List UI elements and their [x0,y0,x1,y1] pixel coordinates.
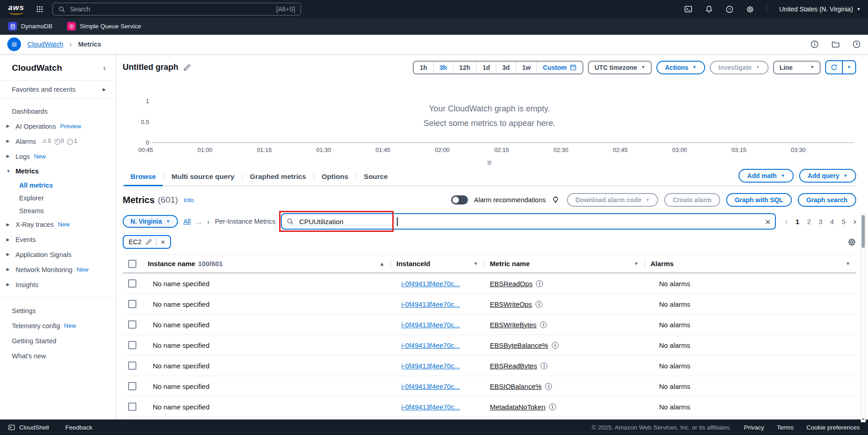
metric-info-icon[interactable]: i [552,342,559,349]
footer-cookie-preferences-link[interactable]: Cookie preferences [806,424,860,431]
instance-id-link[interactable]: i-0f49413f4ee70c... [401,341,460,349]
sidebar-item-dashboards[interactable]: Dashboards [0,104,116,119]
sidebar-item-favorites[interactable]: Favorites and recents ▶ [0,80,116,99]
region-filter-pill[interactable]: N. Virginia▼ [123,215,178,228]
instance-id-link[interactable]: i-0f49413f4ee70c... [401,300,460,308]
footer-feedback-link[interactable]: Feedback [65,424,92,431]
scrollbar-down-arrow[interactable]: ▼ [861,417,865,421]
sidebar-item-all-metrics[interactable]: All metrics [0,179,116,192]
page-number[interactable]: 4 [830,218,834,225]
footer-terms-link[interactable]: Terms [777,424,794,431]
sidebar-item-ai-operations[interactable]: ▶ AI Operations Preview [0,119,116,134]
clear-search-button[interactable]: × [765,217,770,226]
sidebar-item-insights[interactable]: ▶ Insights [0,278,116,293]
remove-token-icon[interactable]: × [161,238,165,246]
help-icon[interactable]: ? [726,5,733,13]
row-checkbox[interactable] [128,403,136,411]
sidebar-item-explorer[interactable]: Explorer [0,192,116,204]
instance-id-link[interactable]: i-0f49413f4ee70c... [401,321,460,329]
new-badge[interactable]: New [34,153,46,161]
settings-gear-icon[interactable] [746,5,754,13]
shortcut-sqs[interactable]: Simple Queue Service [67,22,141,31]
tab-multi-source-query[interactable]: Multi source query [164,168,242,186]
row-checkbox[interactable] [128,341,136,349]
add-query-button[interactable]: Add query▼ [799,169,856,183]
sidebar-item-streams[interactable]: Streams [0,204,116,217]
instance-id-link[interactable]: i-0f49413f4ee70c... [401,280,460,288]
time-range-1h[interactable]: 1h [414,62,433,73]
side-menu-toggle[interactable] [7,37,21,51]
folder-icon[interactable] [832,40,840,48]
preview-badge[interactable]: Preview [60,123,81,131]
tab-graphed-metrics[interactable]: Graphed metrics [242,168,314,186]
time-range-12h[interactable]: 12h [453,62,476,73]
notifications-bell-icon[interactable] [705,5,713,13]
shortcut-dynamodb[interactable]: DynamoDB [8,22,52,31]
refresh-icon[interactable] [826,61,842,73]
sidebar-item-network-monitoring[interactable]: ▶ Network Monitoring New [0,262,116,278]
metric-name-link[interactable]: EBSReadOps [490,280,532,288]
sidebar-item-getting-started[interactable]: Getting Started [0,334,116,349]
sort-ascending-icon[interactable]: ▲ [379,261,385,267]
refresh-control[interactable]: ▼ [825,60,856,74]
instance-id-link[interactable]: i-0f49413f4ee70c... [401,362,460,370]
metric-name-link[interactable]: EBSByteBalance% [490,341,548,349]
sidebar-item-telemetry-config[interactable]: Telemetry config New [0,319,116,334]
time-range-3d[interactable]: 3d [496,62,515,73]
row-checkbox[interactable] [128,382,136,390]
column-header-alarms[interactable]: Alarms [650,260,674,267]
sidebar-item-metrics[interactable]: ▼ Metrics [0,164,116,179]
time-range-custom[interactable]: Custom [536,62,582,73]
metric-search-input[interactable] [281,213,776,230]
instance-id-link[interactable]: i-0f49413f4ee70c... [401,383,460,390]
metric-name-link[interactable]: EBSWriteOps [490,300,532,308]
time-range-1w[interactable]: 1w [516,62,537,73]
create-alarm-button[interactable]: Create alarm [664,193,720,207]
new-badge[interactable]: New [64,322,76,330]
sidebar-item-xray-traces[interactable]: ▶ X-Ray traces New [0,217,116,232]
vertical-scrollbar[interactable]: ▼ [861,213,866,422]
metric-info-icon[interactable]: i [545,383,552,390]
column-filter-chevron-icon[interactable]: ▼ [473,261,478,266]
row-checkbox[interactable] [128,300,136,308]
investigate-button[interactable]: Investigate▼ [710,61,769,74]
page-number[interactable]: 1 [795,218,799,225]
previous-page-button[interactable]: ‹ [785,216,788,226]
column-header-metric-name[interactable]: Metric name [490,260,530,267]
next-page-button[interactable]: › [853,216,856,226]
chart-type-selector[interactable]: Line▼ [773,61,821,74]
time-range-3h[interactable]: 3h [433,62,453,73]
info-link[interactable]: Info [183,197,194,204]
sidebar-item-settings[interactable]: Settings [0,304,116,319]
metric-name-link[interactable]: MetadataNoToken [490,403,546,411]
namespace-all-link[interactable]: All [183,218,191,225]
instance-id-link[interactable]: i-0f49413f4ee70c... [401,403,460,411]
graph-with-sql-button[interactable]: Graph with SQL [726,193,792,207]
page-number[interactable]: 2 [807,218,811,225]
page-number[interactable]: 5 [842,218,845,225]
metric-name-link[interactable]: EBSReadBytes [490,362,537,370]
tab-options[interactable]: Options [314,168,356,186]
sidebar-collapse-icon[interactable]: ‹ [103,63,106,73]
column-filter-chevron-icon[interactable]: ▼ [846,261,850,266]
region-selector[interactable]: United States (N. Virginia) ▼ [767,5,861,13]
sidebar-item-alarms[interactable]: ▶ Alarms ⚠0 ✓0 −1 [0,134,116,149]
new-badge[interactable]: New [58,221,70,229]
refresh-options-chevron[interactable]: ▼ [843,61,855,73]
graph-search-button[interactable]: Graph search [798,193,856,207]
footer-privacy-link[interactable]: Privacy [744,424,764,431]
metric-info-icon[interactable]: i [535,301,542,308]
metric-info-icon[interactable]: i [549,404,556,410]
metric-name-link[interactable]: EBSIOBalance% [490,383,541,390]
time-range-1d[interactable]: 1d [476,62,496,73]
row-checkbox[interactable] [128,279,136,288]
metric-info-icon[interactable]: i [540,321,547,328]
row-checkbox[interactable] [128,362,136,370]
history-clock-icon[interactable] [852,40,861,48]
aws-logo[interactable]: aws [7,2,27,16]
sidebar-item-application-signals[interactable]: ▶ Application Signals [0,247,116,262]
sidebar-item-events[interactable]: ▶ Events [0,232,116,247]
cloudshell-icon[interactable] [684,5,692,13]
column-header-instance-id[interactable]: InstanceId [396,260,430,267]
column-filter-chevron-icon[interactable]: ▼ [634,261,639,266]
